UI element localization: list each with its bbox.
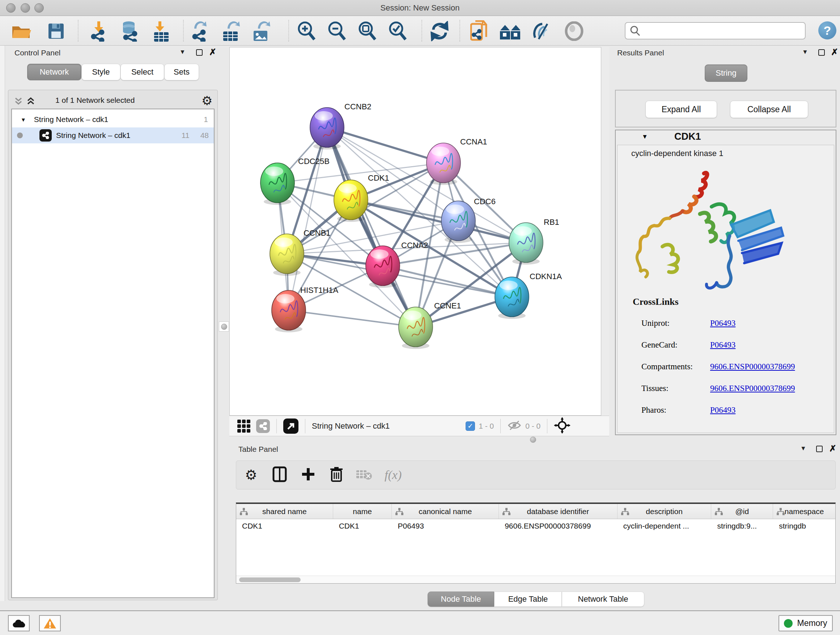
warning-status-button[interactable]	[39, 615, 61, 631]
column-header-description[interactable]: description	[617, 504, 712, 519]
cloud-status-button[interactable]	[8, 615, 30, 631]
column-header-canonical-name[interactable]: canonical name	[392, 504, 499, 519]
crosslink-label: Compartments:	[641, 362, 710, 371]
table-row[interactable]: CDK1 CDK1 P06493 9606.ENSP00000378699 cy…	[236, 519, 835, 533]
network-view-toolbar: String Network – cdk1 ✓ 1 - 0 0 - 0	[229, 416, 609, 436]
zoom-in-icon[interactable]	[296, 21, 317, 42]
zoom-fit-icon[interactable]	[357, 21, 378, 42]
import-table-file-icon[interactable]	[150, 21, 172, 42]
full-screen-icon[interactable]	[283, 418, 298, 434]
canvas-right-gutter	[601, 47, 609, 416]
network-node[interactable]: CDK1	[334, 173, 389, 222]
network-node[interactable]: CDKN1A	[495, 272, 562, 319]
tab-node-table[interactable]: Node Table	[428, 592, 494, 607]
table-settings-gear-icon[interactable]: ⚙	[245, 469, 257, 481]
toolbar-separator	[422, 20, 422, 42]
refresh-icon[interactable]	[429, 21, 450, 42]
create-column-icon[interactable]	[301, 467, 316, 483]
grid-view-icon[interactable]	[237, 420, 250, 432]
network-node[interactable]: RB1	[509, 218, 559, 264]
scrollbar-thumb[interactable]	[239, 578, 301, 582]
network-node[interactable]: CCNB2	[310, 102, 371, 149]
crosslink-tissues[interactable]: 9606.ENSP00000378699	[710, 384, 795, 393]
results-panel-close-icon[interactable]: ✗	[831, 49, 838, 55]
tab-edge-table[interactable]: Edge Table	[494, 592, 562, 607]
results-panel-float-icon[interactable]	[818, 49, 825, 56]
open-session-icon[interactable]	[11, 21, 32, 42]
tab-select[interactable]: Select	[120, 64, 164, 80]
expand-all-button[interactable]: Expand All	[645, 101, 717, 118]
clone-network-icon[interactable]	[469, 21, 490, 42]
hide-glass-icon[interactable]	[532, 21, 553, 42]
tab-style[interactable]: Style	[81, 64, 120, 80]
show-columns-icon[interactable]	[272, 466, 287, 484]
netbar-separator	[276, 419, 277, 433]
crosslink-label: Tissues:	[641, 384, 710, 393]
network-options-gear-icon[interactable]: ⚙	[202, 95, 212, 107]
export-table-icon[interactable]	[221, 21, 242, 42]
network-node[interactable]: CCNA1	[426, 137, 487, 185]
column-header-at-id[interactable]: @id	[711, 504, 773, 519]
network-row-selected[interactable]: String Network – cdk1 11 48	[12, 127, 214, 143]
memory-status-dot	[784, 619, 793, 628]
entry-collapse-caret-icon[interactable]: ▼	[642, 133, 648, 141]
network-collection-row[interactable]: ▼ String Network – cdk1 1	[12, 111, 214, 127]
network-node[interactable]: HIST1H1A	[272, 286, 338, 333]
delete-table-icon[interactable]	[355, 468, 372, 482]
string-home-icon[interactable]	[499, 21, 520, 42]
network-canvas[interactable]: CCNB2CCNA1CDC25BCDK1CDC6RB1CCNB1CCNA2CDK…	[229, 47, 601, 416]
search-icon	[630, 25, 641, 36]
hidden-eye-icon[interactable]	[507, 420, 522, 432]
left-splitter-handle[interactable]	[219, 321, 229, 332]
column-header-shared-name[interactable]: shared name	[236, 504, 333, 519]
table-header-row: shared name name canonical name database…	[236, 504, 835, 519]
memory-button[interactable]: Memory	[778, 615, 833, 631]
hidden-count: 0 - 0	[525, 422, 540, 431]
crosslink-compartments[interactable]: 9606.ENSP00000378699	[710, 362, 795, 371]
table-horizontal-scrollbar[interactable]	[236, 576, 835, 583]
export-image-icon[interactable]	[251, 21, 272, 42]
import-network-file-icon[interactable]	[88, 21, 109, 42]
tab-sets[interactable]: Sets	[164, 64, 199, 80]
control-panel-close-icon[interactable]: ✗	[209, 49, 216, 55]
expand-all-networks-icon[interactable]	[27, 97, 35, 108]
results-panel-collapse-icon[interactable]: ▼	[802, 49, 808, 56]
collapse-all-button[interactable]: Collapse All	[730, 101, 808, 118]
crosslink-pharos[interactable]: P06493	[710, 405, 736, 415]
selected-nodes-checkbox-icon[interactable]: ✓	[466, 421, 475, 431]
control-panel-collapse-icon[interactable]: ▼	[180, 49, 186, 56]
control-panel-float-icon[interactable]	[196, 49, 202, 56]
column-header-namespace[interactable]: namespace	[773, 504, 835, 519]
protein-structure-image	[622, 163, 804, 301]
table-panel-collapse-icon[interactable]: ▼	[800, 445, 806, 452]
function-builder-icon[interactable]: f(x)	[385, 468, 401, 482]
delete-column-icon[interactable]	[330, 466, 343, 484]
tab-string-results[interactable]: String	[705, 65, 747, 82]
tab-network[interactable]: Network	[27, 64, 81, 80]
control-panel: Control Panel ▼ ✗ Network Style Select S…	[5, 46, 229, 601]
column-header-name[interactable]: name	[333, 504, 392, 519]
crosslink-label: Pharos:	[641, 405, 710, 415]
zoom-selected-icon[interactable]	[387, 21, 408, 42]
birdseye-view-icon[interactable]	[564, 21, 584, 42]
pan-crosshair-icon[interactable]	[554, 417, 570, 435]
crosslink-uniprot[interactable]: P06493	[710, 318, 736, 328]
warning-icon	[43, 618, 57, 629]
help-button[interactable]: ?	[818, 21, 836, 40]
crosslink-genecard[interactable]: P06493	[710, 340, 736, 350]
tree-caret-icon[interactable]: ▼	[21, 117, 26, 123]
crosslink-label: GeneCard:	[641, 340, 710, 350]
export-network-icon[interactable]	[189, 21, 210, 42]
tab-network-table[interactable]: Network Table	[562, 592, 644, 607]
table-panel-close-icon[interactable]: ✗	[829, 445, 836, 452]
table-panel-float-icon[interactable]	[816, 446, 823, 452]
status-bar: Memory	[0, 610, 840, 635]
column-header-database-identifier[interactable]: database identifier	[499, 504, 617, 519]
save-session-icon[interactable]	[46, 21, 66, 42]
string-view-icon[interactable]	[256, 419, 270, 433]
network-node[interactable]: CCNA2	[366, 241, 428, 288]
search-input[interactable]	[625, 22, 806, 40]
collapse-all-networks-icon[interactable]	[14, 97, 23, 108]
import-network-database-icon[interactable]	[119, 21, 141, 42]
zoom-out-icon[interactable]	[326, 21, 347, 42]
